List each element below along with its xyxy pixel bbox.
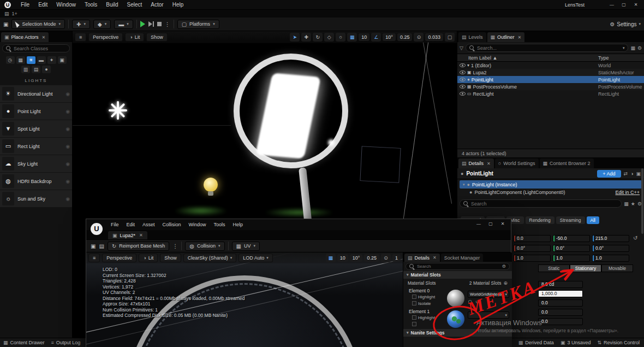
menu-item[interactable]: Actor (146, 0, 168, 10)
light-bulb-sprite[interactable] (204, 178, 218, 192)
checkbox[interactable] (412, 301, 416, 305)
tab-details[interactable]: ▤ Details ✕ (404, 254, 440, 262)
status-bar-button[interactable]: ▦ Content Drawer (3, 340, 45, 345)
close-button[interactable]: ✕ (497, 219, 509, 229)
tab-place-actors[interactable]: ▣ Place Actors ✕ (1, 32, 49, 42)
status-bar-button[interactable]: ≡ Output Log (51, 340, 81, 345)
menu-item[interactable]: Help (229, 219, 247, 230)
item-label-column[interactable]: Item Label ▲ (468, 55, 497, 61)
rotation-snap-value[interactable]: 10° (350, 254, 363, 262)
sky-dropdown[interactable]: ClearSky (Shared)▾ (183, 254, 237, 262)
visibility-eye-icon[interactable] (460, 77, 466, 82)
grid-snap-value[interactable]: 10 (359, 33, 369, 41)
rotation-y-field[interactable]: 0.0° (553, 245, 590, 252)
camera-speed-icon[interactable]: ⊙ (414, 33, 424, 42)
menu-item[interactable]: Collision (159, 219, 185, 230)
unreal-logo-icon[interactable]: U (4, 2, 11, 8)
browse-icon[interactable]: ▤ (99, 243, 104, 249)
mobility-button[interactable]: Static (538, 264, 570, 272)
light-value-field[interactable]: 0.0 (538, 309, 583, 316)
drag-handle-icon[interactable]: ◉ (65, 144, 70, 149)
grid-snap-icon[interactable]: ▦ (326, 254, 336, 262)
lights-icon[interactable]: ☀ (27, 56, 35, 64)
menu-item[interactable]: Edit (123, 219, 139, 230)
place-actor-item[interactable]: ☼ Sun and Sky ◉ (0, 190, 72, 207)
light-value-field[interactable]: 8.0 cd (538, 281, 583, 288)
chevron-down-icon[interactable]: ▾ (623, 46, 625, 50)
location-z-field[interactable]: 215.0 (592, 235, 629, 242)
lod-dropdown[interactable]: LOD Auto▾ (238, 254, 273, 262)
toolbar-kebab[interactable]: ⋮ (172, 243, 178, 249)
highlight-checkbox[interactable]: Highlight (412, 315, 435, 320)
stop-button[interactable] (157, 22, 162, 26)
platforms-dropdown[interactable]: ▢ Platforms▾ (177, 20, 219, 29)
settings-icon[interactable]: ⚙ (502, 264, 506, 269)
minimize-button[interactable]: — (606, 0, 618, 10)
scale-x-field[interactable]: 1.0 (514, 255, 551, 262)
checkbox[interactable] (412, 295, 416, 299)
point-light-sprite[interactable] (109, 101, 127, 120)
play-options-kebab[interactable]: ⋮ (165, 21, 170, 27)
drag-handle-icon[interactable]: ◉ (65, 196, 70, 202)
cinematics-dropdown[interactable]: ▬▾ (114, 20, 133, 29)
world-space-icon[interactable]: ○ (336, 33, 345, 42)
outliner-row[interactable]: ● PointLight PointLight (457, 76, 644, 83)
camera-speed-value[interactable]: 1 (392, 254, 401, 262)
cinematic-icon[interactable]: ▬ (37, 56, 46, 64)
lock-icon[interactable]: ▣ (636, 171, 641, 177)
scale-tool-icon[interactable]: ◇ (324, 33, 334, 42)
visibility-eye-icon[interactable] (460, 63, 466, 68)
filter-tab[interactable]: Rendering (526, 216, 554, 224)
drag-handle-icon[interactable]: ◉ (65, 91, 70, 97)
details-scrollbar[interactable] (641, 168, 643, 234)
perspective-button[interactable]: Perspective (88, 33, 123, 42)
visibility-eye-icon[interactable] (460, 70, 466, 75)
collision-dropdown[interactable]: ◍ Collision▾ (185, 242, 224, 251)
rotation-snap-icon[interactable]: ∠ (371, 33, 381, 42)
tab-world-settings[interactable]: ○ World Settings (495, 158, 539, 168)
location-x-field[interactable]: 0.0 (514, 235, 551, 242)
place-actor-item[interactable]: ☁ Sky Light ◉ (0, 155, 72, 172)
menu-item[interactable]: Asset (139, 219, 159, 230)
outliner-row[interactable]: ▾ 1 (Editor) World (457, 62, 644, 69)
outliner-view-icon[interactable]: ▦ (630, 45, 635, 51)
mobility-button[interactable]: Stationary (570, 264, 601, 272)
rotation-snap-value[interactable]: 10° (383, 33, 396, 41)
lit-button[interactable]: ◑Lit (139, 254, 158, 262)
edit-in-cpp-link[interactable]: Edit in C++ (615, 190, 640, 195)
type-column[interactable]: Type (598, 55, 609, 61)
mesh-details-search[interactable]: ⚙ (406, 263, 510, 270)
component-instance-row[interactable]: ▾ ● PointLight (Instance) (460, 180, 642, 189)
place-actor-item[interactable]: ● Point Light ◉ (0, 103, 72, 120)
grid-snap-value[interactable]: 10 (337, 254, 348, 262)
move-tool-icon[interactable]: ✚ (301, 33, 311, 42)
close-icon[interactable]: ✕ (139, 233, 143, 238)
drag-handle-icon[interactable]: ◉ (65, 179, 70, 184)
play-button[interactable] (140, 21, 145, 27)
viewport-menu-button[interactable]: ≡ (75, 33, 86, 42)
grid-snap-icon[interactable]: ▦ (347, 33, 357, 42)
menu-item[interactable]: Tools (210, 219, 229, 230)
visibility-eye-icon[interactable] (460, 91, 466, 96)
close-icon[interactable]: ✕ (433, 255, 437, 260)
menu-item[interactable]: Window (185, 219, 210, 230)
isolate-checkbox[interactable] (412, 322, 418, 327)
basic-icon[interactable]: ▦ (16, 56, 25, 64)
highlight-checkbox[interactable]: Highlight (412, 295, 435, 299)
search-classes-input[interactable] (14, 46, 66, 51)
status-bar-button[interactable]: ▣ 3 Unsaved (560, 340, 591, 345)
place-actor-item[interactable]: ☀ Directional Light ◉ (0, 85, 72, 102)
all-classes-icon[interactable]: ▤ (32, 66, 40, 73)
close-icon[interactable]: ✕ (42, 35, 46, 40)
save-icon[interactable]: ▣ (3, 21, 8, 27)
component-row[interactable]: ● PointLightComponent (LightComponent0) … (457, 189, 644, 196)
lit-button[interactable]: ◑Lit (125, 33, 144, 42)
visual-effects-icon[interactable]: ✦ (47, 56, 56, 64)
tab-socket-manager[interactable]: Socket Manager (441, 254, 484, 262)
outliner-settings-icon[interactable]: ⚙ (637, 45, 642, 51)
skip-button[interactable] (148, 21, 154, 27)
mobility-button[interactable]: Movable (601, 264, 633, 272)
light-value-field[interactable]: 0.0 (538, 318, 583, 325)
shapes-icon[interactable]: ● (42, 66, 51, 73)
settings-dropdown[interactable]: ⚙ Settings▾ (610, 21, 641, 27)
